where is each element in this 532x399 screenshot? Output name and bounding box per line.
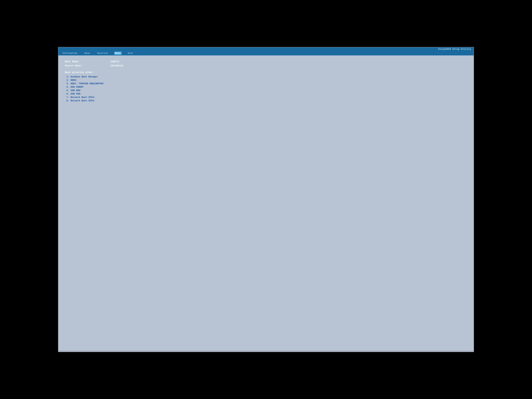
secure-boot-value[interactable]: [Enabled] xyxy=(110,64,124,67)
boot-list-item[interactable]: 3. HDD1: TOSHIBA MQ01ABF050 xyxy=(66,82,467,85)
boot-priority-title: Boot priority order: xyxy=(65,71,467,74)
screen-wrapper: InsydeH2O Setup Utility Information Main… xyxy=(40,30,492,369)
boot-list-item[interactable]: 5. USB HDD: xyxy=(66,89,467,92)
boot-list-item[interactable]: 1. Windows Boot Manager xyxy=(66,76,467,78)
boot-list-item[interactable]: 8. Network Boot-IPV6: xyxy=(66,99,467,102)
boot-list-item[interactable]: 4. USB CDROM: xyxy=(66,86,467,88)
utility-title: InsydeH2O Setup Utility xyxy=(438,48,471,50)
menu-item-information[interactable]: Information xyxy=(62,52,78,55)
utility-bar: InsydeH2O Setup Utility xyxy=(58,47,474,51)
menu-item-boot[interactable]: Boot xyxy=(114,52,122,55)
boot-list-item[interactable]: 7. Network Boot-IPV4: xyxy=(66,96,467,99)
menu-item-exit[interactable]: Exit xyxy=(127,52,134,55)
secure-boot-label: Secure Boot: xyxy=(65,64,110,67)
boot-mode-label: Boot Mode: xyxy=(65,60,110,63)
boot-mode-value[interactable]: [UEFI] xyxy=(110,60,119,63)
boot-list-item[interactable]: 2. HDD0: xyxy=(66,79,467,82)
menu-item-security[interactable]: Security xyxy=(96,52,109,55)
menu-item-main[interactable]: Main xyxy=(84,52,91,55)
secure-boot-row: Secure Boot: [Enabled] xyxy=(65,64,467,67)
content-area: Boot Mode: [UEFI] Secure Boot: [Enabled]… xyxy=(58,55,474,350)
menu-bar: Information Main Security Boot Exit xyxy=(58,51,474,55)
boot-mode-row: Boot Mode: [UEFI] xyxy=(65,60,467,63)
boot-list-item[interactable]: 6. USB FDD: xyxy=(66,93,467,95)
boot-priority-list: 1. Windows Boot Manager2. HDD0:3. HDD1: … xyxy=(66,76,467,102)
bios-screen: InsydeH2O Setup Utility Information Main… xyxy=(58,47,474,352)
